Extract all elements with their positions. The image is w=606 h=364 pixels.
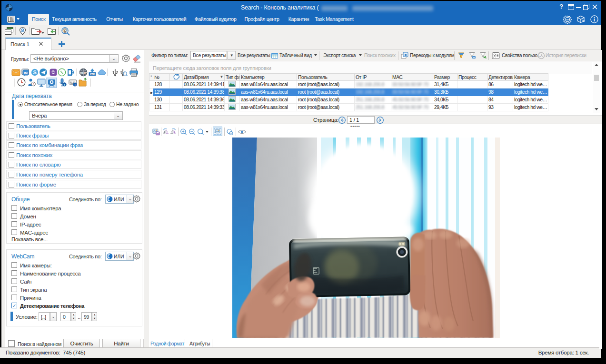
svg-text:S: S — [33, 69, 36, 75]
svg-text:FTP: FTP — [90, 73, 95, 76]
svg-text:HTTP: HTTP — [80, 71, 87, 74]
svg-text:API: API — [566, 19, 569, 21]
svg-text:ID: ID — [64, 29, 67, 32]
svg-text:IM: IM — [24, 71, 28, 75]
